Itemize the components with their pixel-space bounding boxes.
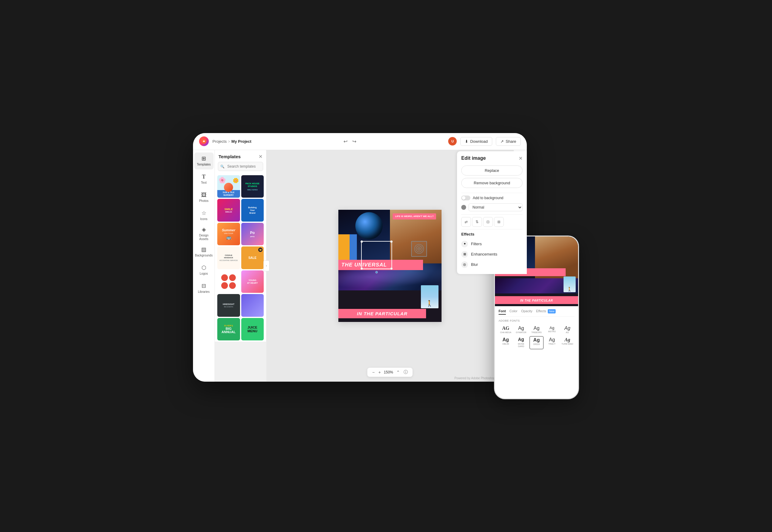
sidebar-item-templates[interactable]: ⊞ Templates: [194, 152, 214, 169]
font-item-4[interactable]: Ag MSTRO: [545, 325, 559, 335]
blur-row[interactable]: ◎ Blur: [461, 259, 522, 270]
sidebar-item-icons[interactable]: ☆ Icons: [194, 207, 214, 224]
tab-font[interactable]: Font: [498, 309, 506, 315]
sidebar-item-logos[interactable]: ⬡ Logos: [194, 262, 214, 279]
toolbar-right: U ⬇ Download ↗ Share: [448, 137, 521, 146]
text-label: Text: [201, 181, 207, 185]
phone-tabs: Font Color Opacity Effects New: [498, 309, 574, 317]
phone-font-panel: Font Color Opacity Effects New ADOBE FON…: [495, 306, 578, 398]
crop-button[interactable]: ⊡: [483, 217, 493, 227]
templates-panel-wrapper: Templates ✕ 🔍 🌸 🌼: [215, 150, 267, 382]
blur-icon: ◎: [461, 261, 468, 268]
transform-button[interactable]: ⊞: [494, 217, 504, 227]
backgrounds-label: Backgrounds: [195, 254, 213, 257]
divider-2: [461, 214, 522, 215]
blur-label: Blur: [471, 262, 478, 267]
panel-close-button[interactable]: ✕: [259, 154, 263, 159]
design-assets-icon: ◈: [202, 226, 206, 233]
font-name-8: ORDIX: [533, 343, 540, 346]
font-display-9: Ag: [549, 337, 555, 342]
template-summer[interactable]: Summer VAN TOUR 🚌: [217, 223, 240, 246]
font-item-1[interactable]: AG CHA MEGA: [498, 325, 513, 335]
canvas-artboard[interactable]: LIFE IS WEIRD, AREN'T WE ALL? THE UNIVER…: [338, 210, 441, 322]
breadcrumb: Projects > My Project: [213, 139, 251, 144]
template-sun-tile[interactable]: 🌸 🌼 SUN & TILENURSERY: [217, 175, 240, 198]
blend-mode-icon: [461, 205, 466, 210]
sidebar-item-text[interactable]: T Text: [194, 171, 214, 188]
top-bar: Projects > My Project ↩ ↪ U ⬇ Download ↗: [193, 133, 527, 150]
photos-icon: 🖼: [201, 192, 207, 198]
sidebar-item-design-assets[interactable]: ◈ Design Assets: [194, 225, 214, 242]
template-sale[interactable]: 👑 SALE: [241, 246, 264, 269]
template-purple[interactable]: [241, 294, 264, 317]
template-juice-menu[interactable]: JUICEMENU: [241, 318, 264, 341]
font-name-9: TRACT: [548, 343, 555, 345]
share-button[interactable]: ↗ Share: [496, 137, 521, 146]
sidebar-item-backgrounds[interactable]: ▨ Backgrounds: [194, 243, 214, 260]
enhancements-row[interactable]: ⊞ Enhancements: [461, 249, 522, 259]
search-box: 🔍: [218, 162, 263, 171]
font-display-7: Ag: [518, 337, 524, 342]
breadcrumb-parent[interactable]: Projects: [213, 139, 227, 144]
download-button[interactable]: ⬇ Download: [460, 137, 492, 146]
font-item-10[interactable]: Ag TURB MAID: [560, 336, 574, 349]
font-item-8[interactable]: Ag ORDIX: [529, 336, 544, 349]
tab-color[interactable]: Color: [509, 309, 517, 315]
zoom-in-button[interactable]: +: [378, 370, 381, 375]
template-young-heart[interactable]: YOUNGAT HEART: [241, 270, 264, 293]
panel-expand-button[interactable]: ›: [264, 260, 270, 271]
flip-v-button[interactable]: ⇅: [472, 217, 482, 227]
sidebar-item-libraries[interactable]: ⊟ Libraries: [194, 280, 214, 297]
zoom-out-button[interactable]: −: [371, 370, 375, 375]
tab-effects[interactable]: Effects New: [536, 309, 555, 315]
blend-mode-select[interactable]: Normal: [468, 203, 522, 211]
font-item-6[interactable]: Ag OBLIM: [498, 336, 513, 349]
font-item-7[interactable]: Ag MONE GARD: [514, 336, 528, 349]
font-item-3[interactable]: Ag TREBORS: [529, 325, 544, 335]
font-grid: AG CHA MEGA Ag GYMATOR Ag TREBORS Ag MST…: [498, 325, 574, 349]
template-party[interactable]: Po party: [241, 223, 264, 246]
flip-h-button[interactable]: ⇄: [461, 217, 471, 227]
font-display-6: Ag: [502, 337, 509, 342]
font-item-5[interactable]: Ag AG: [560, 325, 574, 335]
collage: LIFE IS WEIRD, AREN'T WE ALL? THE UNIVER…: [338, 210, 441, 322]
zoom-info-button[interactable]: ⓘ: [403, 370, 408, 375]
filters-label: Filters: [471, 242, 482, 246]
template-smile[interactable]: SMILE SMILES: [217, 199, 240, 222]
ph-title-particular: IN THE PARTICULAR: [520, 299, 553, 302]
scene: Projects > My Project ↩ ↪ U ⬇ Download ↗: [193, 133, 579, 399]
filters-row[interactable]: ✦ Filters: [461, 239, 522, 249]
replace-button[interactable]: Replace: [461, 166, 522, 176]
add-to-bg-row: Add to background: [461, 196, 522, 200]
zoom-bar: − + 150% ⌃ ⓘ: [367, 368, 412, 377]
logos-label: Logos: [200, 272, 208, 276]
search-input[interactable]: [218, 162, 263, 171]
undo-button[interactable]: ↩: [342, 137, 349, 146]
blend-mode-row: Normal: [461, 203, 522, 211]
tab-opacity[interactable]: Opacity: [521, 309, 532, 315]
template-hindsight[interactable]: HINDSIGHT BIG EVENTS: [217, 294, 240, 317]
zoom-expand-button[interactable]: ⌃: [396, 370, 401, 375]
redo-button[interactable]: ↪: [351, 137, 357, 146]
remove-background-button[interactable]: Remove background: [461, 178, 522, 188]
template-packhouse[interactable]: PACK HOUSESTUDIOS SMILE SERIES: [241, 175, 264, 198]
template-dots[interactable]: [217, 270, 240, 293]
app-logo[interactable]: [199, 136, 209, 146]
share-icon: ↗: [500, 139, 504, 144]
edit-panel-close-button[interactable]: ✕: [518, 156, 522, 161]
enhancements-label: Enhancements: [471, 252, 497, 256]
sidebar-item-photos[interactable]: 🖼 Photos: [194, 189, 214, 206]
font-name-3: TREBORS: [531, 331, 542, 334]
font-item-9[interactable]: Ag TRACT: [545, 336, 559, 349]
font-display-10: Ag: [564, 337, 570, 342]
powered-by: Powered by Adobe Photoshop: [454, 376, 495, 380]
template-building-brand[interactable]: BuildingYourBrand: [241, 199, 264, 222]
add-to-bg-toggle[interactable]: [461, 196, 470, 200]
template-big-annual[interactable]: FLYER'S BIGANNUAL: [217, 318, 240, 341]
template-casale[interactable]: CASALEHOSSACK ACCOUNTING SERVICES: [217, 246, 240, 269]
font-item-2[interactable]: Ag GYMATOR: [514, 325, 528, 335]
breadcrumb-separator: >: [228, 139, 230, 144]
libraries-label: Libraries: [198, 290, 210, 294]
enhancements-icon: ⊞: [461, 251, 468, 258]
svg-point-4: [418, 248, 420, 249]
